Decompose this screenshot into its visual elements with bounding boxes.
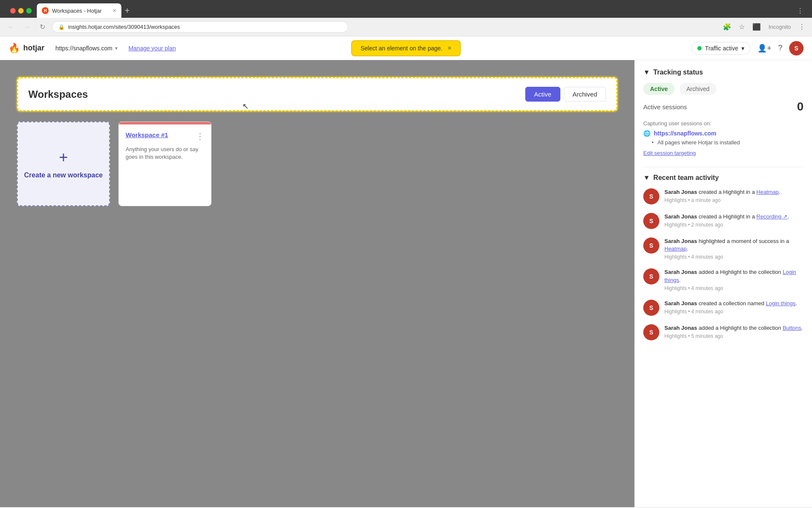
tracking-status-section: ▼ Tracking status Active Archived Active… <box>643 69 804 157</box>
tl-red[interactable] <box>10 8 16 14</box>
tab-title: Workspaces - Hotjar <box>52 8 110 14</box>
activity-avatar: S <box>643 237 659 254</box>
tracking-status-tabs-row: Active Archived <box>643 83 804 95</box>
banner-close-button[interactable]: × <box>447 44 451 52</box>
pages-note: • All pages where Hotjar is installed <box>652 139 804 146</box>
activity-item: SSarah Jonas created a Highlight in a Re… <box>643 213 804 229</box>
hotjar-logo-text: hotjar <box>23 44 44 52</box>
lock-icon: 🔒 <box>58 24 65 30</box>
activity-content: Sarah Jonas created a Highlight in a Hea… <box>664 188 804 203</box>
tracking-tab-active[interactable]: Active <box>643 83 675 95</box>
bookmark-icon[interactable]: ☆ <box>737 21 746 33</box>
help-button[interactable]: ? <box>778 44 782 52</box>
manage-plan-link[interactable]: Manage your plan <box>129 45 176 52</box>
content-area: Workspaces Active Archived ↖ <box>0 60 634 507</box>
activity-link[interactable]: Buttons <box>783 325 801 331</box>
traffic-label: Traffic active <box>705 45 738 52</box>
cursor-indicator: ↖ <box>242 102 249 111</box>
forward-button[interactable]: → <box>21 22 33 33</box>
activity-avatar: S <box>643 324 659 340</box>
tl-yellow[interactable] <box>18 8 24 14</box>
workspace-card-title[interactable]: Workspace #1 <box>126 131 168 138</box>
activity-avatar: S <box>643 213 659 229</box>
activity-link[interactable]: Heatmap <box>757 189 779 195</box>
workspaces-title: Workspaces <box>28 88 88 100</box>
activity-avatar: S <box>643 268 659 284</box>
workspace-card-description: Anything your users do or say goes in th… <box>126 146 204 161</box>
tab-active[interactable]: Active <box>525 87 560 102</box>
traffic-lights <box>5 5 37 17</box>
add-user-button[interactable]: 👤+ <box>757 44 771 53</box>
activity-content: Sarah Jonas created a Highlight in a Rec… <box>664 213 804 228</box>
workspaces-header: Workspaces Active Archived <box>28 87 606 102</box>
globe-icon: 🌐 <box>643 130 650 137</box>
address-bar[interactable]: 🔒 insights.hotjar.com/sites/3090413/work… <box>52 21 348 33</box>
activity-text: Sarah Jonas added a Highlight to the col… <box>664 268 804 284</box>
edit-targeting-link[interactable]: Edit session targeting <box>643 150 696 156</box>
tab-close-button[interactable]: × <box>113 7 116 14</box>
tab-archived[interactable]: Archived <box>564 87 606 102</box>
tab-bar-end: ⋮ <box>133 5 807 17</box>
site-selector[interactable]: https://snapflows.com ▾ <box>51 43 122 53</box>
activity-avatar: S <box>643 188 659 204</box>
activity-meta: Highlights • 4 minutes ago <box>664 254 804 260</box>
activity-item: SSarah Jonas added a Highlight to the co… <box>643 268 804 291</box>
activity-content: Sarah Jonas added a Highlight to the col… <box>664 324 804 339</box>
back-button[interactable]: ← <box>5 22 17 33</box>
recent-activity-chevron: ▼ <box>643 174 650 182</box>
app: 🔥 hotjar https://snapflows.com ▾ Manage … <box>0 36 812 507</box>
tracking-tab-archived[interactable]: Archived <box>680 83 716 95</box>
new-workspace-card[interactable]: + Create a new workspace <box>17 121 110 206</box>
workspace-card-body: Workspace #1 ⋮ Anything your users do or… <box>119 124 211 168</box>
incognito-label: Incognito <box>767 22 793 32</box>
active-sessions-label: Active sessions <box>643 103 687 110</box>
activity-text: Sarah Jonas created a Highlight in a Hea… <box>664 188 804 196</box>
tracking-status-chevron: ▼ <box>643 69 650 76</box>
profile-switcher-icon[interactable]: ⬛ <box>751 21 763 33</box>
activity-meta: Highlights • 4 minutes ago <box>664 285 804 291</box>
workspaces-grid: + Create a new workspace Workspace #1 ⋮ … <box>17 121 617 206</box>
activity-link[interactable]: Login things <box>766 300 796 306</box>
recent-activity-header[interactable]: ▼ Recent team activity <box>643 174 804 182</box>
user-avatar[interactable]: S <box>789 41 804 55</box>
activity-meta: Highlights • a minute ago <box>664 197 804 203</box>
tab-strip-end: ⋮ <box>793 5 807 17</box>
url-text: insights.hotjar.com/sites/3090413/worksp… <box>68 24 180 30</box>
activity-text: Sarah Jonas created a Highlight in a Rec… <box>664 213 804 221</box>
activity-meta: Highlights • 2 minutes ago <box>664 222 804 228</box>
tl-green[interactable] <box>26 8 32 14</box>
main-content: Workspaces Active Archived ↖ <box>0 60 812 507</box>
activity-item: SSarah Jonas created a collection named … <box>643 300 804 316</box>
activity-content: Sarah Jonas highlighted a moment of succ… <box>664 237 804 260</box>
banner-text: Select an element on the page. <box>360 45 442 52</box>
site-selector-chevron: ▾ <box>115 45 118 51</box>
new-workspace-label: Create a new workspace <box>24 171 103 179</box>
activity-content: Sarah Jonas created a collection named L… <box>664 300 804 315</box>
tracking-status-header[interactable]: ▼ Tracking status <box>643 69 804 76</box>
new-tab-button[interactable]: + <box>121 4 133 17</box>
browser-chrome: H Workspaces - Hotjar × + ⋮ ← → ↻ 🔒 insi… <box>0 0 812 36</box>
pages-note-text: All pages where Hotjar is installed <box>657 139 740 146</box>
activity-list: SSarah Jonas created a Highlight in a He… <box>643 188 804 340</box>
capturing-url: 🌐 https://snapflows.com <box>643 130 804 137</box>
workspace-card-1: Workspace #1 ⋮ Anything your users do or… <box>118 121 211 206</box>
activity-link[interactable]: Recording ↗ <box>757 213 788 220</box>
activity-meta: Highlights • 5 minutes ago <box>664 333 804 339</box>
activity-text: Sarah Jonas highlighted a moment of succ… <box>664 237 804 253</box>
tracking-status-tabs: Active Archived <box>643 83 716 95</box>
content-inner: Workspaces Active Archived ↖ <box>0 60 634 223</box>
extensions-icon[interactable]: 🧩 <box>721 21 733 33</box>
traffic-status-button[interactable]: Traffic active ▾ <box>691 42 751 55</box>
bullet-icon: • <box>652 139 654 146</box>
activity-item: SSarah Jonas added a Highlight to the co… <box>643 324 804 340</box>
menu-icon[interactable]: ⋮ <box>797 21 807 33</box>
activity-link[interactable]: Heatmap <box>664 246 687 252</box>
browser-tab[interactable]: H Workspaces - Hotjar × <box>37 3 121 18</box>
capturing-url-text[interactable]: https://snapflows.com <box>654 130 716 137</box>
workspace-card-menu-button[interactable]: ⋮ <box>196 131 204 141</box>
tracking-status-title: Tracking status <box>653 69 703 76</box>
new-workspace-plus-icon: + <box>59 149 68 166</box>
hotjar-logo-icon: 🔥 <box>8 43 20 54</box>
traffic-active-dot <box>697 46 702 50</box>
reload-button[interactable]: ↻ <box>37 21 48 33</box>
